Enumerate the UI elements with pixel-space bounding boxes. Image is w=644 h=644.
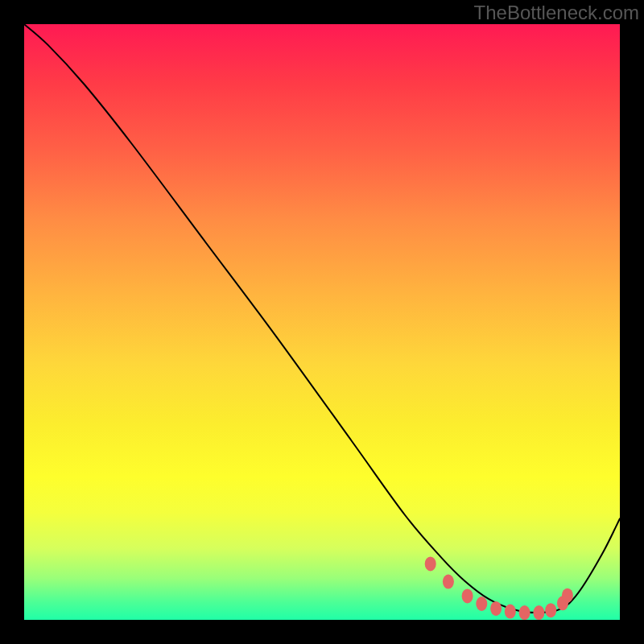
data-marker [545, 603, 556, 617]
data-marker [462, 588, 473, 603]
plot-area [24, 24, 620, 620]
data-marker [562, 588, 573, 603]
data-marker [519, 605, 530, 620]
chart-frame: TheBottleneck.com [0, 0, 644, 644]
bottleneck-curve [24, 24, 620, 613]
data-marker [476, 597, 487, 611]
data-marker [443, 575, 454, 589]
data-marker [505, 605, 516, 619]
data-marker [533, 605, 544, 620]
chart-svg [24, 24, 620, 620]
data-marker [490, 601, 502, 616]
data-marker [425, 556, 436, 571]
watermark-text: TheBottleneck.com [474, 2, 639, 24]
curve-markers [425, 556, 573, 620]
